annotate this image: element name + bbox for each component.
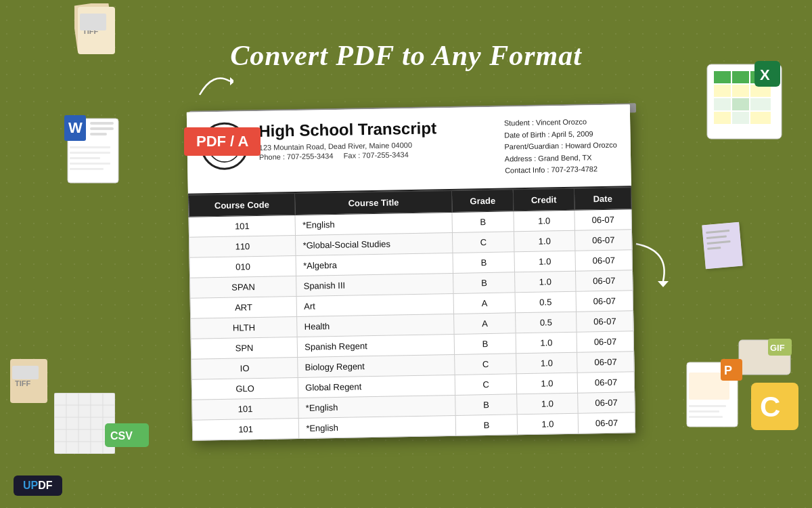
doc-title: High School Transcript	[258, 118, 497, 141]
student-guardian: Parent/Guardian : Howard Orozco	[504, 140, 617, 153]
table-cell: 06-07	[575, 250, 632, 271]
updf-logo[interactable]: UPDF	[14, 475, 62, 496]
table-cell: 06-07	[574, 209, 631, 230]
table-cell: 101	[189, 215, 296, 237]
svg-rect-4	[80, 14, 106, 30]
table-cell: 1.0	[517, 413, 579, 435]
table-cell: B	[456, 415, 518, 436]
table-cell: IO	[191, 357, 298, 379]
table-cell: *Global-Social Studies	[296, 232, 453, 255]
table-cell: 1.0	[516, 352, 577, 374]
table-cell: A	[453, 293, 515, 314]
transcript-table: Course Code Course Title Grade Credit Da…	[188, 187, 635, 440]
table-cell: SPN	[191, 337, 298, 359]
table-cell: *Algebra	[296, 253, 453, 276]
col-credit: Credit	[513, 188, 574, 211]
svg-text:P: P	[724, 364, 732, 377]
table-cell: 0.5	[515, 291, 577, 313]
paper-right	[702, 222, 742, 270]
svg-rect-13	[70, 157, 100, 159]
table-cell: Health	[297, 314, 455, 337]
table-cell: *English	[295, 212, 453, 235]
col-date: Date	[574, 188, 631, 210]
table-cell: 06-07	[578, 392, 635, 413]
svg-rect-8	[90, 122, 114, 125]
fax-label: Fax : 707-255-3434	[344, 150, 409, 160]
svg-text:W: W	[68, 119, 83, 136]
csv-icon: CSV	[105, 423, 149, 447]
table-cell: 1.0	[514, 251, 576, 272]
table-cell: 110	[189, 235, 296, 257]
doc-student-info: Student : Vincent Orozco Date of Birth :…	[504, 116, 618, 177]
table-cell: C	[453, 232, 514, 253]
table-cell: 06-07	[577, 311, 633, 332]
table-cell: 06-07	[577, 352, 634, 373]
svg-rect-44	[689, 410, 719, 412]
word-icon: W	[64, 115, 125, 186]
tiff-bottom-icon: TIFF	[7, 356, 51, 406]
svg-rect-45	[689, 416, 723, 418]
arrow-decoration-left	[193, 68, 233, 102]
table-cell: C	[455, 354, 516, 375]
table-cell: 1.0	[516, 373, 578, 394]
table-cell: *English	[298, 395, 456, 418]
updf-up: UP	[23, 480, 38, 491]
svg-rect-26	[714, 112, 731, 124]
gif-icon: GIF	[738, 339, 792, 376]
col-code: Course Code	[188, 193, 295, 217]
table-cell: SPAN	[190, 276, 297, 298]
pdf-badge: PDF / A	[184, 127, 261, 156]
table-cell: *English	[299, 415, 457, 438]
table-cell: 06-07	[578, 412, 635, 433]
table-cell: Spanish Regent	[297, 334, 455, 357]
svg-marker-0	[230, 77, 233, 85]
table-cell: HLTH	[191, 316, 298, 339]
student-contact: Contact Info : 707-273-4782	[505, 163, 618, 177]
table-cell: A	[454, 313, 516, 335]
svg-rect-24	[732, 98, 749, 110]
col-title: Course Title	[295, 190, 453, 215]
table-cell: Spanish III	[296, 273, 454, 296]
updf-df: DF	[38, 480, 52, 491]
svg-rect-27	[732, 112, 749, 124]
table-cell: C	[455, 374, 517, 396]
svg-rect-9	[90, 127, 114, 130]
table-cell: B	[455, 394, 517, 416]
phone-label: Phone : 707-255-3434	[259, 152, 334, 161]
svg-rect-20	[714, 85, 731, 97]
svg-text:X: X	[760, 66, 770, 83]
svg-rect-14	[70, 163, 110, 165]
table-body: 101*EnglishB1.006-07110*Global-Social St…	[189, 209, 635, 440]
svg-rect-11	[70, 146, 110, 148]
table-cell: 06-07	[576, 270, 633, 291]
doc-title-block: High School Transcript 123 Mountain Road…	[258, 118, 498, 161]
svg-text:GIF: GIF	[770, 343, 785, 353]
table-cell: 06-07	[576, 291, 633, 312]
svg-rect-31	[702, 222, 742, 270]
svg-rect-10	[90, 133, 107, 135]
table-cell: 010	[189, 255, 296, 278]
svg-text:CSV: CSV	[110, 430, 133, 442]
table-cell: B	[453, 252, 514, 274]
table-cell: 1.0	[516, 393, 578, 415]
table-cell: Art	[296, 293, 454, 316]
table-cell: GLO	[191, 377, 298, 400]
svg-rect-61	[12, 366, 39, 379]
table-cell: 101	[192, 398, 299, 420]
svg-text:TIFF: TIFF	[15, 379, 30, 387]
svg-rect-21	[732, 85, 749, 97]
svg-text:C: C	[760, 391, 780, 423]
table-cell: ART	[190, 296, 297, 318]
svg-marker-62	[658, 281, 669, 287]
spreadsheet-icon: X	[704, 61, 785, 142]
svg-rect-23	[714, 98, 731, 110]
table-cell: 06-07	[577, 372, 634, 393]
table-cell: 06-07	[577, 331, 633, 352]
svg-rect-25	[750, 98, 771, 110]
table-cell: B	[455, 333, 516, 355]
col-grade: Grade	[452, 190, 514, 213]
table-cell: 1.0	[514, 271, 576, 293]
tiff-icon: TIFF	[74, 3, 118, 54]
table-cell: 06-07	[575, 230, 632, 251]
c-icon: C	[748, 379, 802, 433]
